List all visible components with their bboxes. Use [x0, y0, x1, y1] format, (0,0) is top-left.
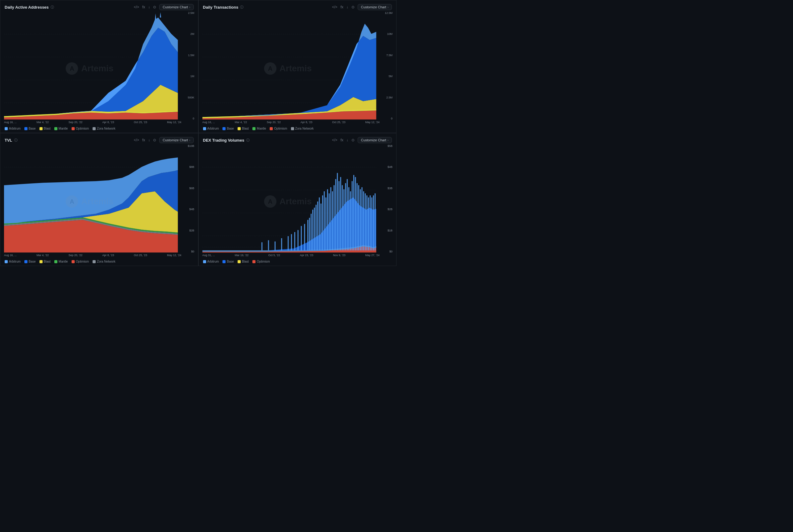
svg-rect-33 — [312, 210, 313, 250]
legend-dot-mantle-3 — [54, 260, 57, 263]
download-icon-3[interactable]: ↓ — [148, 138, 150, 142]
svg-rect-63 — [361, 187, 362, 251]
code-icon-2[interactable]: </> — [332, 5, 337, 9]
legend-dot-base-4 — [223, 260, 226, 263]
legend-item-blast-2: Blast — [237, 127, 249, 130]
legend-item-arbitrum-1: Arbitrum — [5, 127, 21, 130]
legend-dot-zora-1 — [93, 127, 96, 130]
svg-rect-42 — [327, 189, 328, 250]
legend-item-base-4: Base — [223, 260, 234, 263]
y-axis-2: 12.5M 10M 7.5M 5M 2.5M 0 — [380, 12, 392, 120]
svg-rect-51 — [342, 185, 343, 250]
svg-rect-55 — [348, 187, 349, 251]
legend-dot-blast-3 — [39, 260, 43, 263]
legend-dot-optimism-2 — [270, 127, 273, 130]
download-icon-2[interactable]: ↓ — [347, 5, 348, 9]
svg-rect-70 — [373, 195, 374, 250]
svg-rect-68 — [370, 195, 371, 250]
legend-2: Arbitrum Base Blast Mantle Optimism Zora… — [203, 127, 392, 130]
chart-svg-2 — [202, 12, 393, 126]
chevron-icon-2: › — [388, 5, 388, 9]
legend-dot-base-1 — [24, 127, 27, 130]
svg-rect-56 — [350, 191, 351, 251]
chart-header-3: TVL ⓘ </> fx ↓ ⊙ Customize Chart › — [5, 137, 194, 143]
legend-dot-blast-1 — [39, 127, 43, 130]
camera-icon-4[interactable]: ⊙ — [351, 138, 354, 142]
svg-rect-41 — [325, 197, 326, 251]
info-icon-3[interactable]: ⓘ — [14, 138, 18, 142]
svg-rect-27 — [297, 230, 298, 251]
customize-button-4[interactable]: Customize Chart › — [357, 137, 392, 143]
camera-icon-3[interactable]: ⊙ — [153, 138, 156, 142]
chart-area-4: A Artemis — [202, 145, 393, 259]
chart-svg-1 — [4, 12, 194, 126]
legend-item-optimism-2: Optimism — [270, 127, 287, 130]
legend-1: Arbitrum Base Blast Mantle Optimism Zora… — [5, 127, 194, 130]
chart-actions-1: </> fx ↓ ⊙ Customize Chart › — [134, 4, 194, 10]
svg-rect-25 — [291, 234, 292, 251]
svg-rect-58 — [353, 175, 354, 250]
chart-title-4: DEX Trading Volumes — [203, 138, 245, 142]
fx-icon-4[interactable]: fx — [340, 138, 343, 142]
info-icon-4[interactable]: ⓘ — [246, 138, 250, 142]
svg-rect-54 — [347, 179, 347, 250]
info-icon-2[interactable]: ⓘ — [240, 5, 244, 10]
legend-item-blast-4: Blast — [237, 260, 249, 263]
legend-item-zora-1: Zora Network — [93, 127, 115, 130]
legend-3: Arbitrum Base Blast Mantle Optimism Zora… — [5, 260, 194, 263]
customize-button-3[interactable]: Customize Chart › — [159, 137, 193, 143]
chart-panel-dex-trading-volumes: DEX Trading Volumes ⓘ </> fx ↓ ⊙ Customi… — [198, 133, 397, 266]
chart-title-group-2: Daily Transactions ⓘ — [203, 5, 244, 10]
legend-dot-2 — [203, 127, 206, 130]
legend-4: Arbitrum Base Blast Optimism — [203, 260, 392, 263]
chart-title-3: TVL — [5, 138, 12, 142]
legend-dot-base-2 — [223, 127, 226, 130]
legend-dot-arbitrum-1 — [5, 127, 8, 130]
svg-rect-23 — [281, 238, 282, 251]
fx-icon-3[interactable]: fx — [142, 138, 145, 142]
camera-icon-1[interactable]: ⊙ — [153, 5, 156, 9]
svg-rect-36 — [317, 202, 318, 251]
customize-button-1[interactable]: Customize Chart › — [159, 4, 193, 10]
legend-dot-optimism-1 — [72, 127, 75, 130]
legend-dot-optimism-4 — [252, 260, 255, 263]
chart-title-group-3: TVL ⓘ — [5, 138, 18, 142]
svg-rect-30 — [307, 220, 308, 250]
download-icon-4[interactable]: ↓ — [347, 138, 348, 142]
legend-item-base-3: Base — [24, 260, 36, 263]
chart-title-group-1: Daily Active Addresses ⓘ — [5, 5, 54, 10]
svg-rect-61 — [358, 185, 359, 250]
legend-item-blast-3: Blast — [39, 260, 51, 263]
svg-rect-71 — [374, 193, 375, 251]
svg-rect-32 — [310, 214, 311, 251]
svg-rect-57 — [351, 181, 352, 251]
chart-area-1: A Artemis — [4, 12, 194, 126]
svg-rect-46 — [333, 185, 334, 250]
svg-rect-64 — [363, 191, 364, 251]
svg-rect-35 — [315, 205, 316, 251]
svg-rect-62 — [360, 189, 361, 250]
legend-dot-zora-2 — [291, 127, 294, 130]
chart-area-2: A Artemis 12.5M — [202, 12, 393, 126]
svg-rect-49 — [339, 181, 340, 251]
chart-actions-4: </> fx ↓ ⊙ Customize Chart › — [332, 137, 392, 143]
svg-rect-22 — [274, 242, 275, 251]
svg-rect-50 — [340, 177, 341, 251]
svg-rect-65 — [365, 193, 366, 251]
svg-rect-45 — [332, 191, 333, 251]
info-icon-1[interactable]: ⓘ — [51, 5, 54, 10]
fx-icon-1[interactable]: fx — [142, 5, 145, 9]
chart-header-2: Daily Transactions ⓘ </> fx ↓ ⊙ Customiz… — [203, 4, 392, 10]
customize-button-2[interactable]: Customize Chart › — [357, 4, 392, 10]
code-icon-3[interactable]: </> — [134, 138, 139, 142]
svg-rect-26 — [294, 232, 295, 250]
svg-rect-47 — [335, 179, 336, 250]
code-icon-4[interactable]: </> — [332, 138, 337, 142]
camera-icon-2[interactable]: ⊙ — [351, 5, 354, 9]
legend-item-blast-1: Blast — [39, 127, 51, 130]
code-icon-1[interactable]: </> — [134, 5, 139, 9]
x-axis-3: Aug 16, ... Mar 4, '22 Sep 20, '22 Apr 8… — [4, 254, 181, 259]
fx-icon-2[interactable]: fx — [340, 5, 343, 9]
legend-item-mantle-3: Mantle — [54, 260, 68, 263]
download-icon-1[interactable]: ↓ — [148, 5, 150, 9]
